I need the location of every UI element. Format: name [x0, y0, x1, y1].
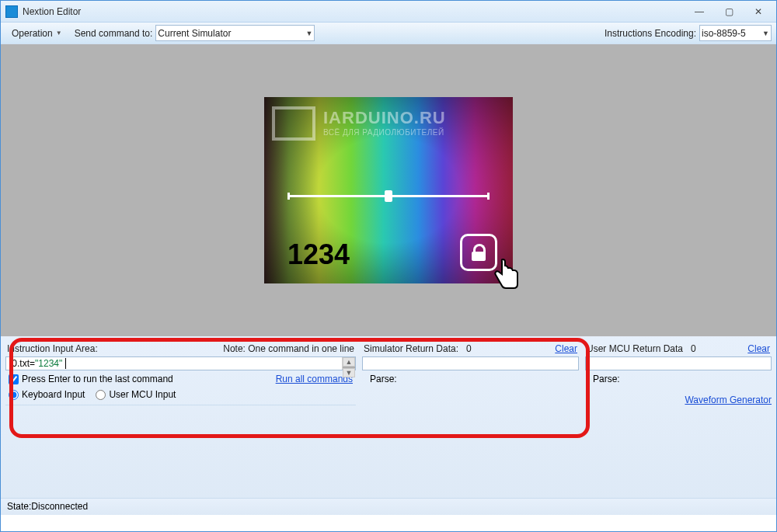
chevron-down-icon: ▼ [301, 30, 312, 37]
operation-label: Operation [12, 28, 53, 39]
scroll-down-icon[interactable]: ▼ [343, 368, 355, 377]
simulator-dropdown[interactable]: Current Simulator ▼ [155, 25, 315, 41]
radio-keyboard-label: Keyboard Input [22, 389, 85, 400]
watermark-subtitle: ВСЁ ДЛЯ РАДИОЛЮБИТЕЛЕЙ [323, 128, 446, 137]
run-last-checkbox[interactable] [9, 374, 19, 384]
usermcu-clear-link[interactable]: Clear [747, 343, 770, 354]
chevron-down-icon: ▼ [56, 30, 62, 37]
code-string: "1234" [35, 358, 62, 369]
radio-mcu-label: User MCU Input [109, 389, 176, 400]
toolbar: Operation ▼ Send command to: Current Sim… [1, 23, 776, 44]
simret-title: Simulator Return Data: [364, 343, 458, 354]
usermcu-title: User MCU Return Data [587, 343, 683, 354]
bottom-area: Instruction Input Area: Note: One comman… [1, 336, 776, 515]
status-text: State:Disconnected [7, 501, 88, 512]
simret-output [362, 356, 579, 370]
run-last-hint: Press Enter to run the last command [22, 374, 173, 384]
watermark-logo-icon [272, 106, 315, 137]
send-to-label: Send command to: [75, 28, 153, 39]
instruction-panel: Instruction Input Area: Note: One comman… [5, 341, 356, 370]
window-title: Nextion Editor [23, 6, 81, 17]
watermark: IARDUINO.RU ВСЁ ДЛЯ РАДИОЛЮБИТЕЛЕЙ [272, 106, 505, 137]
title-bar: Nextion Editor — ▢ ✕ [1, 1, 776, 23]
slider-component[interactable] [287, 195, 490, 197]
run-all-link[interactable]: Run all commands [276, 374, 353, 384]
radio-keyboard[interactable] [9, 390, 19, 400]
close-button[interactable]: ✕ [747, 5, 770, 19]
code-attr: t0.txt [9, 358, 30, 369]
encoding-selected: iso-8859-5 [702, 28, 758, 39]
watermark-title: IARDUINO.RU [323, 108, 446, 128]
scroll-up-icon[interactable]: ▲ [343, 357, 355, 367]
simret-clear-link[interactable]: Clear [555, 343, 577, 354]
parse-label-left: Parse: [370, 374, 397, 384]
window-controls: — ▢ ✕ [688, 5, 776, 19]
status-bar: State:Disconnected [1, 498, 776, 515]
code-op: = [30, 358, 35, 369]
usermcu-count: 0 [691, 343, 696, 354]
radio-user-mcu-input[interactable]: User MCU Input [96, 389, 176, 400]
app-icon [5, 5, 18, 18]
preview-panel: IARDUINO.RU ВСЁ ДЛЯ РАДИОЛЮБИТЕЛЕЙ 1234 [1, 44, 776, 336]
instruction-title: Instruction Input Area: [7, 343, 98, 354]
usermcu-output [585, 356, 772, 370]
instruction-input[interactable]: t0.txt="1234" ▲ ▼ [5, 356, 356, 370]
simulator-return-panel: Simulator Return Data: 0 Clear [362, 341, 579, 370]
instruction-note: Note: One command in one line [223, 343, 354, 354]
radio-mcu[interactable] [96, 390, 106, 400]
waveform-generator-link[interactable]: Waveform Generator [685, 395, 772, 405]
radio-keyboard-input[interactable]: Keyboard Input [9, 389, 85, 400]
text-caret [62, 358, 65, 369]
user-mcu-return-panel: User MCU Return Data 0 Clear [585, 341, 772, 370]
encoding-dropdown[interactable]: iso-8859-5 ▼ [699, 25, 772, 41]
cursor-hand-icon [490, 257, 524, 294]
slider-thumb[interactable] [385, 190, 392, 202]
encoding-label: Instructions Encoding: [605, 28, 696, 39]
lock-icon [472, 244, 486, 261]
simulator-display[interactable]: IARDUINO.RU ВСЁ ДЛЯ РАДИОЛЮБИТЕЛЕЙ 1234 [264, 97, 513, 283]
simret-count: 0 [466, 343, 472, 354]
scrollbar-vertical[interactable]: ▲ ▼ [342, 357, 355, 370]
minimize-button[interactable]: — [688, 5, 711, 19]
operation-menu[interactable]: Operation ▼ [5, 26, 68, 40]
parse-label-right: Parse: [593, 374, 620, 384]
simulator-selected: Current Simulator [158, 28, 301, 39]
maximize-button[interactable]: ▢ [717, 5, 740, 19]
text-component-t0: 1234 [287, 238, 350, 271]
chevron-down-icon: ▼ [758, 30, 769, 37]
